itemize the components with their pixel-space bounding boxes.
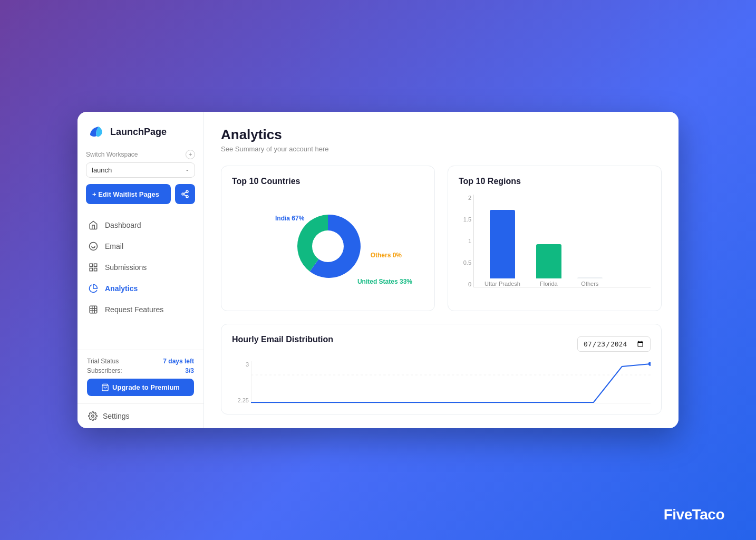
email-icon bbox=[88, 241, 99, 252]
date-input[interactable] bbox=[577, 336, 651, 352]
svg-point-5 bbox=[90, 243, 98, 250]
bar-label-up: Uttar Pradesh bbox=[484, 281, 520, 287]
workspace-label-row: Switch Workspace + bbox=[86, 150, 195, 159]
sidebar-nav: Dashboard Email Submissions bbox=[77, 213, 203, 350]
top-regions-card: Top 10 Regions 2 1.5 1 0.5 0 Uttar Prade… bbox=[448, 166, 662, 311]
pie-chart: India 67% Others 0% United States 33% bbox=[286, 204, 370, 291]
app-name: LaunchPage bbox=[110, 127, 167, 138]
line-y-label-2-25: 2.25 bbox=[238, 397, 249, 403]
hourly-title: Hourly Email Distribution bbox=[232, 335, 333, 344]
sidebar-item-settings[interactable]: Settings bbox=[77, 403, 203, 428]
request-features-icon bbox=[88, 304, 99, 315]
pie-label-india: India 67% bbox=[275, 215, 304, 222]
hourly-header: Hourly Email Distribution bbox=[232, 335, 651, 353]
line-chart-container: 3 2.25 bbox=[232, 361, 651, 403]
subscribers-label: Subscribers: bbox=[87, 367, 122, 374]
upgrade-icon bbox=[101, 383, 109, 391]
top-countries-title: Top 10 Countries bbox=[232, 177, 424, 186]
svg-rect-7 bbox=[94, 264, 97, 266]
trial-label: Trial Status bbox=[87, 358, 119, 365]
main-content: Analytics See Summary of your account he… bbox=[204, 112, 679, 428]
sidebar-item-request-features[interactable]: Request Features bbox=[77, 299, 203, 320]
y-label-0-5: 0.5 bbox=[463, 259, 471, 266]
subscribers-row: Subscribers: 3/3 bbox=[87, 367, 194, 374]
svg-point-2 bbox=[186, 196, 188, 198]
bar-up bbox=[490, 210, 515, 278]
line-y-label-3: 3 bbox=[246, 361, 249, 368]
pie-label-usa: United States 33% bbox=[357, 278, 412, 285]
upgrade-label: Upgrade to Premium bbox=[112, 383, 180, 391]
sidebar-actions: + Edit Waitlist Pages bbox=[77, 184, 203, 213]
bar-florida bbox=[536, 244, 561, 278]
bar-chart-container: 2 1.5 1 0.5 0 Uttar Pradesh bbox=[459, 195, 651, 300]
svg-point-1 bbox=[182, 193, 184, 195]
trial-status-row: Trial Status 7 days left bbox=[87, 358, 194, 365]
bar-chart-inner: Uttar Pradesh Florida Others bbox=[473, 195, 651, 287]
svg-rect-10 bbox=[90, 306, 97, 313]
upgrade-button[interactable]: Upgrade to Premium bbox=[87, 379, 194, 396]
line-chart-svg bbox=[251, 361, 651, 403]
trial-value: 7 days left bbox=[163, 358, 194, 365]
svg-rect-9 bbox=[94, 268, 97, 271]
page-title: Analytics bbox=[221, 127, 662, 143]
line-chart-y-axis: 3 2.25 bbox=[232, 361, 251, 403]
bar-label-florida: Florida bbox=[540, 281, 558, 287]
svg-line-4 bbox=[184, 192, 187, 194]
analytics-label: Analytics bbox=[105, 284, 138, 293]
sidebar-item-email[interactable]: Email bbox=[77, 236, 203, 257]
submissions-icon bbox=[88, 262, 99, 273]
pie-label-others: Others 0% bbox=[371, 252, 402, 259]
analytics-icon bbox=[88, 283, 99, 294]
svg-point-0 bbox=[186, 190, 188, 192]
y-label-2: 2 bbox=[468, 195, 471, 201]
edit-waitlist-button[interactable]: + Edit Waitlist Pages bbox=[86, 184, 171, 204]
bar-others bbox=[577, 277, 603, 278]
sidebar-item-analytics[interactable]: Analytics bbox=[77, 278, 203, 299]
sidebar-item-dashboard[interactable]: Dashboard bbox=[77, 215, 203, 236]
svg-point-18 bbox=[312, 230, 344, 262]
request-features-label: Request Features bbox=[105, 305, 163, 314]
svg-rect-6 bbox=[90, 264, 92, 266]
svg-point-22 bbox=[648, 362, 651, 366]
share-button[interactable] bbox=[175, 184, 195, 204]
workspace-section: Switch Workspace + launch bbox=[77, 150, 203, 184]
bar-group-florida: Florida bbox=[536, 244, 561, 287]
bar-group-up: Uttar Pradesh bbox=[484, 210, 520, 287]
logo-icon bbox=[88, 123, 105, 140]
email-label: Email bbox=[105, 242, 123, 250]
bar-label-others: Others bbox=[581, 281, 598, 287]
svg-rect-8 bbox=[90, 268, 92, 271]
app-container: LaunchPage Switch Workspace + launch + E… bbox=[77, 112, 679, 428]
svg-line-3 bbox=[184, 195, 187, 196]
workspace-label-text: Switch Workspace bbox=[86, 151, 138, 158]
trial-section: Trial Status 7 days left Subscribers: 3/… bbox=[77, 350, 203, 403]
sidebar: LaunchPage Switch Workspace + launch + E… bbox=[77, 112, 204, 428]
bar-group-others: Others bbox=[577, 277, 603, 287]
dashboard-label: Dashboard bbox=[105, 221, 141, 229]
y-label-0: 0 bbox=[468, 281, 471, 287]
top-countries-card: Top 10 Countries bbox=[221, 166, 435, 311]
y-label-1-5: 1.5 bbox=[463, 216, 471, 223]
hourly-distribution-card: Hourly Email Distribution 3 2.25 bbox=[221, 324, 662, 414]
bar-chart-y-axis: 2 1.5 1 0.5 0 bbox=[459, 195, 473, 287]
submissions-label: Submissions bbox=[105, 263, 147, 272]
pie-chart-container: India 67% Others 0% United States 33% bbox=[232, 195, 424, 300]
workspace-select[interactable]: launch bbox=[86, 162, 195, 178]
page-subtitle: See Summary of your account here bbox=[221, 145, 662, 153]
sidebar-item-submissions[interactable]: Submissions bbox=[77, 257, 203, 278]
subscribers-value: 3/3 bbox=[185, 367, 194, 374]
y-label-1: 1 bbox=[468, 238, 471, 244]
settings-label: Settings bbox=[103, 412, 130, 420]
charts-row: Top 10 Countries bbox=[221, 166, 662, 311]
svg-point-16 bbox=[92, 415, 94, 418]
fivetaco-watermark: FiveTaco bbox=[664, 506, 724, 523]
top-regions-title: Top 10 Regions bbox=[459, 177, 651, 186]
sidebar-logo: LaunchPage bbox=[77, 112, 203, 150]
add-workspace-button[interactable]: + bbox=[186, 150, 195, 159]
settings-icon bbox=[88, 411, 98, 421]
home-icon bbox=[88, 220, 99, 230]
share-icon bbox=[181, 190, 189, 198]
